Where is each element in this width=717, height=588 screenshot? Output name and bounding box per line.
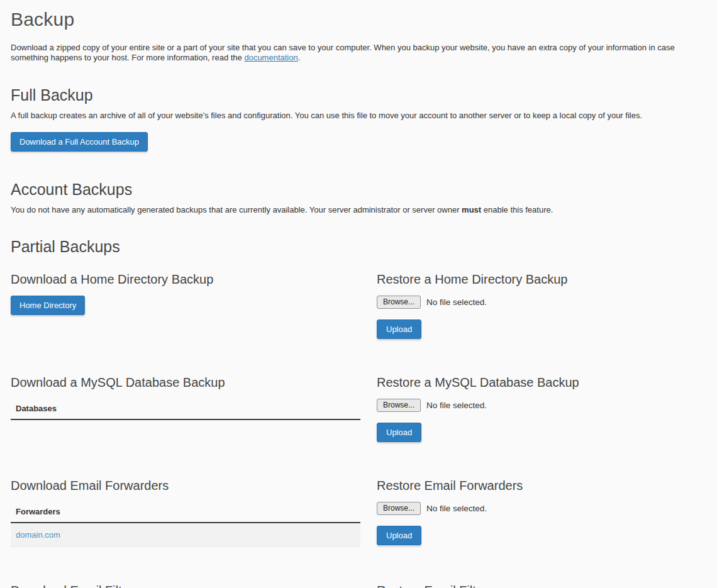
restore-home-directory-heading: Restore a Home Directory Backup	[377, 272, 706, 287]
download-email-filters-heading: Download Email Filters	[11, 584, 360, 588]
download-home-directory-heading: Download a Home Directory Backup	[11, 272, 360, 287]
download-email-forwarders-heading: Download Email Forwarders	[11, 479, 360, 493]
forwarders-upload-button[interactable]: Upload	[377, 526, 421, 545]
partial-backups-grid: Download a Home Directory Backup Home Di…	[11, 272, 706, 588]
page-title: Backup	[11, 9, 706, 30]
download-mysql-section: Download a MySQL Database Backup Databas…	[11, 375, 360, 442]
restore-email-filters-section: Restore Email Filters Browse... No file …	[377, 584, 706, 588]
forwarders-file-input-row: Browse... No file selected.	[377, 502, 706, 515]
home-directory-download-button[interactable]: Home Directory	[11, 296, 85, 315]
download-email-filters-section: Download Email Filters System Filter Inf…	[11, 584, 360, 588]
databases-table: Databases	[11, 399, 360, 420]
restore-email-filters-heading: Restore Email Filters	[377, 584, 706, 588]
full-backup-description: A full backup creates an archive of all …	[11, 111, 706, 121]
home-directory-file-status: No file selected.	[426, 297, 487, 307]
mysql-upload-button[interactable]: Upload	[377, 423, 421, 442]
backup-page: Backup Download a zipped copy of your en…	[0, 9, 717, 588]
download-email-forwarders-section: Download Email Forwarders Forwarders dom…	[11, 479, 360, 547]
intro-paragraph: Download a zipped copy of your entire si…	[11, 43, 706, 64]
account-backups-bold-word: must	[462, 205, 481, 214]
account-backups-status: You do not have any automatically genera…	[11, 205, 706, 215]
restore-mysql-heading: Restore a MySQL Database Backup	[377, 375, 706, 390]
databases-table-header: Databases	[11, 399, 360, 419]
restore-mysql-section: Restore a MySQL Database Backup Browse..…	[377, 375, 706, 442]
account-backups-text-before: You do not have any automatically genera…	[11, 205, 462, 214]
download-mysql-heading: Download a MySQL Database Backup	[11, 375, 360, 390]
forwarder-domain-link[interactable]: domain.com	[16, 530, 60, 540]
forwarders-table-header: Forwarders	[11, 502, 360, 523]
account-backups-text-after: enable this feature.	[481, 205, 553, 214]
download-home-directory-section: Download a Home Directory Backup Home Di…	[11, 272, 360, 339]
intro-text-after-link: .	[298, 53, 301, 62]
home-directory-upload-button[interactable]: Upload	[377, 319, 421, 339]
restore-email-forwarders-section: Restore Email Forwarders Browse... No fi…	[377, 479, 706, 547]
home-directory-file-input-row: Browse... No file selected.	[377, 296, 706, 309]
table-row: domain.com	[11, 523, 360, 547]
partial-backups-heading: Partial Backups	[11, 238, 706, 256]
mysql-browse-button[interactable]: Browse...	[377, 399, 421, 412]
restore-home-directory-section: Restore a Home Directory Backup Browse..…	[377, 272, 706, 339]
forwarders-file-status: No file selected.	[426, 504, 487, 513]
forwarders-browse-button[interactable]: Browse...	[377, 502, 421, 515]
restore-email-forwarders-heading: Restore Email Forwarders	[377, 479, 706, 493]
mysql-file-status: No file selected.	[426, 401, 487, 410]
intro-text-before-link: Download a zipped copy of your entire si…	[11, 43, 675, 62]
home-directory-browse-button[interactable]: Browse...	[377, 296, 421, 309]
full-backup-heading: Full Backup	[11, 86, 706, 104]
mysql-file-input-row: Browse... No file selected.	[377, 399, 706, 412]
account-backups-heading: Account Backups	[11, 180, 706, 199]
documentation-link[interactable]: documentation	[244, 53, 297, 62]
forwarders-table: Forwarders domain.com	[11, 502, 360, 547]
download-full-account-backup-button[interactable]: Download a Full Account Backup	[11, 132, 148, 152]
